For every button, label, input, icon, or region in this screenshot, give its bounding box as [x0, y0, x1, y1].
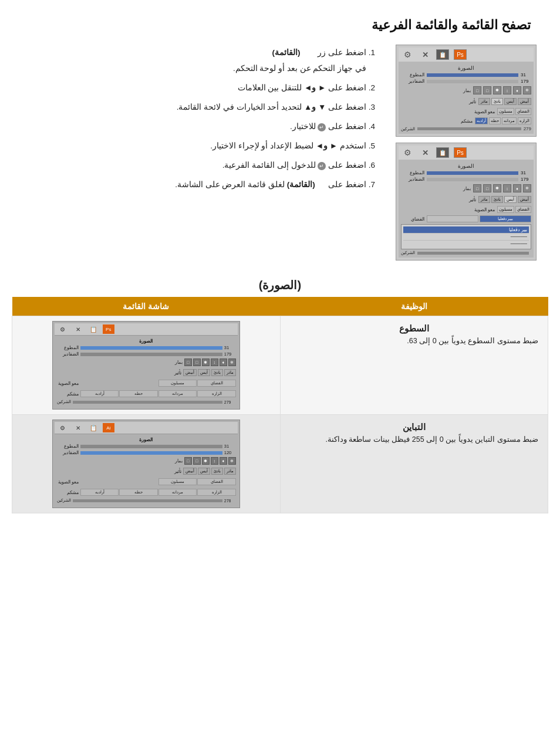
bmu-num-2b: 120 — [224, 450, 236, 455]
bmu-row-1a: 31 المطوع — [56, 345, 236, 350]
row-icons-1: □ □ ✱ ↕ ♦ ❄ بمار — [401, 85, 531, 96]
tab-2b[interactable]: آيس — [504, 196, 517, 203]
tab-1a[interactable]: أبيض — [518, 98, 531, 105]
bmu-ps-1: Ps — [103, 324, 114, 334]
td-contrast-function: التباين ضبط مستوى التباين يدوياً بين 0 إ… — [280, 415, 548, 513]
row-imgsize-1: الفضاي مسبلون معو الصوية — [401, 107, 531, 116]
row-contrast-2: 179 الضفادير — [401, 177, 531, 182]
bmu-toolbar-2: Ai 📋 ✕ ⚙ — [55, 422, 238, 434]
grid-4b — [427, 215, 478, 222]
bsm-1d: ↕ — [211, 359, 218, 366]
val-brightness-1: 31 — [521, 72, 531, 77]
mini-icon-1f: ❄ — [523, 86, 531, 94]
close-icon-2: ✕ — [419, 147, 431, 158]
tab-2a[interactable]: أبيض — [518, 196, 531, 203]
bmu-tab-1d[interactable]: ماذر — [224, 369, 236, 376]
bmu-grid2-2: الزاره مردانه حطه أرادبه — [80, 489, 236, 496]
section-title-1: الصورة — [401, 65, 531, 71]
submenu-area: بيير دقعليا الفضاي بيير دقعليا ───── ───… — [401, 215, 531, 249]
mini-toolbar-1: Ps 📋 ✕ ⚙ — [399, 48, 534, 62]
instruction-5: استخدم ► و◄ لضبط الإعداد أو لإجراء الاخت… — [23, 138, 366, 154]
bmu-plbl-2: الشركين — [56, 498, 71, 503]
label-bottom-1: الشركين — [401, 127, 415, 131]
mini-icon-2b: □ — [483, 184, 491, 192]
tab-2c[interactable]: بادئ — [491, 196, 503, 203]
bmu-grid1-1: الفضاي مسبلون — [80, 380, 236, 387]
label-imgsize-1: معو الصوية — [471, 109, 495, 114]
submenu-item-active[interactable]: بيير دقعليا — [403, 226, 529, 233]
th-function: الوظيفة — [280, 297, 548, 316]
label-contrast-1: الضفادير — [401, 79, 424, 84]
bar-brightness-1 — [427, 73, 518, 77]
bsm-2e: ♦ — [220, 457, 227, 465]
ps-icon-2: Ps — [454, 147, 467, 158]
bmu-plbl-1: الشركين — [56, 400, 71, 404]
instruction-4: اضغط على ↵ للاختيار. — [23, 119, 366, 134]
td-brightness-function: السطوع ضبط مستوى السطوع يدوياً بين 0 إلى… — [280, 316, 548, 415]
bmu-pbar-2 — [73, 499, 222, 502]
row-contrast-1: 179 الضفادير — [401, 79, 531, 84]
bmu-tab-1a[interactable]: أبيض — [183, 369, 197, 376]
submenu-item-2[interactable]: ───── — [403, 233, 529, 240]
mini-body-1: الصورة 31 المطوع 179 الضفادير □ — [399, 62, 534, 134]
bmu-tab-2d[interactable]: ماذر — [224, 468, 236, 475]
grid-row-1: الفضاي مسبلون — [497, 108, 531, 115]
bmu-lbl-2b: الضفادير — [56, 450, 79, 455]
tab-1c[interactable]: بادئ — [491, 98, 503, 105]
progress-bar-2 — [417, 252, 529, 255]
bmu-row-grid2-1: الزاره مردانه حطه أرادبه مشكم — [56, 389, 236, 398]
mini-icon-2e: ♦ — [513, 184, 521, 192]
mini-icon-2f: ❄ — [523, 184, 531, 192]
bgc-2c: حطه — [119, 390, 158, 397]
bmu-tab-1c[interactable]: بادئ — [211, 369, 223, 376]
bmu-row-2b: 120 الضفادير — [56, 450, 236, 455]
grid-1a: الفضاي — [515, 108, 531, 115]
instruction-7: اضغط على (القائمة) لغلق قائمة العرض على … — [23, 177, 366, 192]
bmu-slider-2b — [80, 451, 222, 455]
bgc-4b: مردانه — [158, 489, 197, 496]
mini-icon-1b: □ — [483, 86, 491, 94]
mini-icon-1c: ✱ — [493, 86, 501, 94]
bmu-row-1b: 179 الضفادير — [56, 351, 236, 357]
bmu-slider-2a — [80, 445, 222, 448]
tab-1d[interactable]: ماذر — [478, 98, 490, 105]
bmu-close-2: ✕ — [72, 423, 84, 432]
screenshot-2-container: Ps 📋 ✕ ⚙ الصورة 31 المطوع 179 — [390, 143, 537, 261]
row-advanced-1: الزاره مردانه حطه أرادبه مشكم — [401, 117, 531, 125]
bsm-2d: ↕ — [211, 457, 218, 465]
bmu-tab-2c[interactable]: بادئ — [211, 468, 223, 475]
bmu-grid1-2: الفضاي مسبلون — [80, 478, 236, 485]
grid-2a: الزاره — [518, 117, 531, 124]
bgc-1a: الفضاي — [197, 380, 236, 387]
bar-brightness-2 — [427, 171, 518, 175]
section-title-2: الصورة — [401, 163, 531, 169]
instructions-list: اضغط على زر (القائمة) في جهاز التحكم عن … — [23, 45, 378, 192]
bmu-tab-2b[interactable]: آيس — [198, 468, 210, 475]
label-imgsize-2: معو الصوية — [471, 207, 495, 212]
bmu-tab-2a[interactable]: أبيض — [183, 468, 197, 475]
bmu-row-grid2-2: الزاره مردانه حطه أرادبه مشكم — [56, 488, 236, 497]
bmu-clip-1: 📋 — [87, 324, 99, 334]
page: تصفح القائمة والقائمة الفرعية اضغط على ز… — [0, 0, 560, 744]
bmu-lbl-1b: الضفادير — [56, 351, 79, 357]
table-header-row: الوظيفة شاشة القائمة — [12, 297, 548, 316]
row-icons-2: □ □ ✱ ↕ ♦ ❄ بمار — [401, 183, 531, 194]
submenu-item-3[interactable]: ───── — [403, 240, 529, 247]
bmu-tab-1b[interactable]: آيس — [198, 369, 210, 376]
tab-1b[interactable]: آيس — [504, 98, 517, 105]
bmu-lbl-1d: تأثير — [159, 370, 181, 376]
bmu-progress-2: 278 الشركين — [56, 498, 236, 503]
bmu-progress-1: 279 الشركين — [56, 400, 236, 404]
mini-icon-1a: □ — [473, 86, 481, 94]
instruction-1: اضغط على زر (القائمة) في جهاز التحكم عن … — [23, 45, 366, 76]
table-row-brightness: السطوع ضبط مستوى السطوع يدوياً بين 0 إلى… — [12, 316, 548, 415]
tabs-row-2: أبيض آيس بادئ ماذر — [478, 196, 531, 203]
bmu-gear-1: ⚙ — [57, 324, 69, 334]
instruction-6: اضغط على ↵ للدخول إلى القائمة الفرعية. — [23, 157, 366, 173]
grid-2d: أرادبه — [475, 117, 488, 124]
bmu-lbl-2d: تأثير — [159, 469, 181, 474]
close-icon-1: ✕ — [419, 49, 431, 60]
tab-2d[interactable]: ماذر — [478, 196, 490, 203]
bmu-gear-2: ⚙ — [57, 423, 69, 432]
bmu-lbl-1e: معو الصوية — [56, 381, 79, 386]
